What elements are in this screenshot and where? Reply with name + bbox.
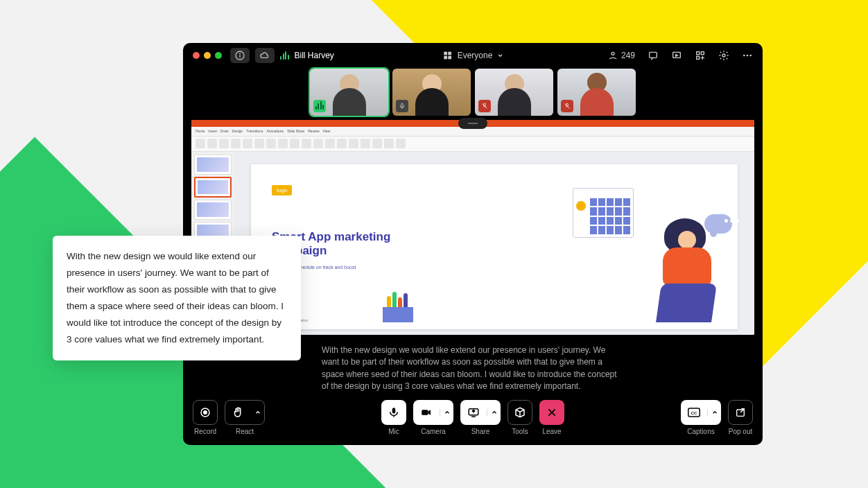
ribbon-tab[interactable]: View (323, 129, 331, 133)
camera-options[interactable] (440, 409, 453, 416)
more-icon[interactable] (742, 50, 753, 61)
slide-thumb[interactable] (194, 200, 232, 220)
svg-rect-8 (650, 53, 657, 58)
participant-count: 249 (621, 51, 635, 60)
mic-button[interactable] (381, 400, 406, 425)
camera-button[interactable] (413, 400, 453, 425)
hand-icon (232, 406, 244, 419)
svg-rect-6 (448, 56, 451, 60)
react-label: React (236, 428, 254, 435)
chevron-up-icon (444, 409, 451, 416)
page-canvas: Bill Harvey Everyone 249 (0, 0, 868, 488)
participants-button[interactable]: 249 (607, 50, 635, 61)
svg-line-21 (565, 104, 570, 109)
share-button[interactable] (460, 400, 501, 425)
svg-point-14 (743, 55, 745, 57)
ribbon-tab[interactable]: Review (308, 129, 319, 133)
mic-label: Mic (388, 428, 399, 435)
svg-point-15 (747, 55, 749, 57)
mic-off-icon (561, 100, 573, 112)
react-button[interactable] (225, 400, 265, 425)
svg-text:CC: CC (691, 410, 697, 415)
camera-icon (420, 406, 433, 419)
cloud-button[interactable] (255, 48, 275, 63)
mic-muted-icon (396, 100, 408, 112)
ribbon-tab[interactable]: Slide Show (287, 129, 304, 133)
presenter-name: Bill Harvey (295, 51, 334, 60)
record-button[interactable] (193, 400, 218, 425)
captions-button[interactable]: CC (681, 400, 721, 425)
participant-tile[interactable] (310, 69, 388, 116)
present-icon[interactable] (671, 50, 682, 61)
transcript-text: With the new design we would like extend… (67, 248, 287, 348)
slide-canvas: logo Smart App marketing campaign Keep y… (251, 164, 738, 329)
captions-options[interactable] (707, 409, 721, 416)
svg-point-13 (722, 54, 725, 57)
slide-logo-badge: logo (272, 185, 292, 195)
svg-rect-12 (697, 57, 700, 60)
svg-rect-10 (697, 52, 700, 55)
box-icon (514, 406, 526, 419)
ribbon-tab[interactable]: Draw (220, 129, 229, 133)
window-minimize-dot[interactable] (204, 52, 211, 59)
ribbon-tab[interactable]: Transitions (246, 129, 263, 133)
svg-rect-24 (392, 408, 396, 413)
window-close-dot[interactable] (193, 52, 200, 59)
gear-icon[interactable] (718, 50, 729, 61)
svg-point-2 (240, 53, 241, 54)
ribbon-tab[interactable]: Insert (208, 129, 217, 133)
info-icon (234, 50, 245, 61)
ppt-toolbar (191, 137, 754, 152)
ribbon-tab[interactable]: Animations (266, 129, 284, 133)
share-options[interactable] (487, 409, 501, 416)
react-options[interactable] (250, 409, 264, 416)
live-caption-text: With the new design we would like extend… (322, 345, 624, 393)
chevron-down-icon (496, 52, 503, 59)
leave-label: Leave (542, 428, 561, 435)
ribbon-tab[interactable]: Home (196, 129, 205, 133)
audio-level-icon (280, 51, 289, 60)
slide-thumb[interactable] (194, 155, 232, 175)
chevron-up-icon (491, 409, 498, 416)
participant-tile[interactable] (557, 69, 636, 116)
illustration-pencil-cup (383, 295, 413, 322)
transcript-popout-card: With the new design we would like extend… (53, 236, 301, 360)
svg-point-23 (204, 410, 207, 414)
tools-label: Tools (512, 428, 528, 435)
illustration-person (640, 218, 720, 322)
grid-icon (442, 50, 453, 61)
cloud-icon (259, 50, 270, 61)
svg-rect-11 (701, 52, 704, 55)
slide-editor: logo Smart App marketing campaign Keep y… (234, 152, 754, 335)
layout-label: Everyone (458, 51, 493, 60)
window-zoom-dot[interactable] (215, 52, 222, 59)
participant-tile[interactable] (392, 69, 471, 116)
svg-point-16 (749, 55, 752, 57)
mic-icon (388, 406, 400, 419)
record-label: Record (194, 428, 216, 435)
share-screen-icon (467, 406, 480, 419)
chat-icon[interactable] (648, 50, 659, 61)
call-controls: Record React Mic (183, 393, 763, 445)
captions-label: Captions (687, 428, 714, 435)
resize-handle[interactable] (458, 118, 487, 129)
record-icon (199, 406, 211, 419)
slide-thumb-selected[interactable] (194, 177, 232, 197)
svg-rect-3 (444, 52, 447, 55)
participant-tile[interactable] (475, 69, 553, 116)
popout-button[interactable] (728, 400, 753, 425)
apps-icon[interactable] (695, 50, 706, 61)
leave-button[interactable] (539, 400, 564, 425)
popout-icon (735, 407, 746, 418)
cc-icon: CC (688, 408, 700, 417)
info-button[interactable] (230, 48, 250, 63)
popout-label: Pop out (729, 428, 752, 435)
titlebar: Bill Harvey Everyone 249 (183, 43, 763, 69)
ribbon-tab[interactable]: Design (232, 129, 243, 133)
layout-switcher[interactable]: Everyone (442, 50, 504, 61)
svg-point-7 (611, 53, 614, 55)
illustration-calendar (573, 188, 634, 238)
svg-rect-5 (444, 56, 447, 60)
chevron-up-icon (711, 409, 718, 416)
tools-button[interactable] (507, 400, 532, 425)
